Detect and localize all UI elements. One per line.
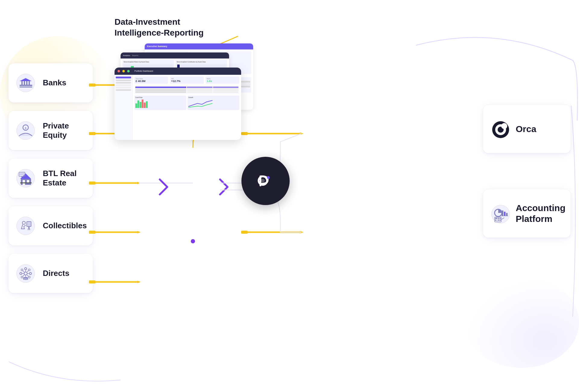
svg-rect-32 <box>20 87 32 87</box>
accounting-platform-card[interactable]: Accounting Platform <box>483 189 571 238</box>
svg-marker-16 <box>137 281 141 283</box>
p-logo-icon <box>252 167 279 194</box>
svg-marker-23 <box>300 231 304 233</box>
main-container: Data-Investment Intelligence-Reporting E… <box>0 0 579 392</box>
bg-gradient-br <box>464 277 579 368</box>
right-cards-container: Orca <box>483 105 571 238</box>
btl-real-estate-label: BTL Real Estate <box>43 169 77 188</box>
svg-rect-99 <box>499 220 501 221</box>
collectibles-icon <box>15 215 36 236</box>
svg-text:$: $ <box>25 127 26 130</box>
svg-point-86 <box>501 123 507 129</box>
orca-logo-icon <box>491 120 509 138</box>
svg-rect-36 <box>29 81 30 85</box>
private-equity-label: Private Equity <box>43 121 69 140</box>
svg-rect-91 <box>506 213 508 216</box>
svg-rect-42 <box>21 179 31 185</box>
btl-real-estate-card[interactable]: BTL Real Estate <box>8 159 93 198</box>
svg-rect-34 <box>24 81 25 85</box>
svg-rect-49 <box>21 176 24 177</box>
svg-point-82 <box>267 176 269 179</box>
svg-marker-20 <box>300 132 304 135</box>
collectibles-label: Collectibles <box>43 221 87 230</box>
svg-rect-90 <box>504 212 505 216</box>
svg-rect-48 <box>20 173 24 175</box>
svg-rect-95 <box>498 218 499 219</box>
svg-rect-97 <box>495 220 496 221</box>
banks-card[interactable]: Banks <box>8 63 93 103</box>
svg-point-79 <box>261 179 265 182</box>
dashboard-screenshots: Executive Summary Asset-class allocation <box>115 43 253 137</box>
real-estate-icon <box>15 168 36 189</box>
svg-rect-89 <box>502 210 503 216</box>
banks-label: Banks <box>43 78 66 87</box>
directs-card[interactable]: Directs <box>8 254 93 293</box>
svg-point-26 <box>191 239 195 243</box>
svg-point-50 <box>17 217 35 235</box>
svg-rect-31 <box>20 85 32 86</box>
svg-rect-46 <box>20 182 32 183</box>
private-equity-icon: $ <box>15 120 36 141</box>
collectibles-card[interactable]: Collectibles <box>8 206 93 245</box>
svg-rect-24 <box>241 231 248 234</box>
svg-marker-10 <box>137 182 141 184</box>
svg-rect-96 <box>499 218 501 219</box>
directs-label: Directs <box>43 269 69 278</box>
svg-marker-13 <box>137 231 141 233</box>
bank-icon <box>15 72 36 93</box>
svg-rect-98 <box>498 220 499 221</box>
left-cards-container: Banks $ Private Equity <box>8 63 93 293</box>
screen-main-dashboard: Portfolio Dashboard <box>115 68 241 140</box>
svg-rect-94 <box>495 218 497 219</box>
accounting-platform-label: Accounting Platform <box>516 203 565 224</box>
accounting-platform-icon <box>491 204 509 223</box>
svg-rect-53 <box>27 222 30 226</box>
orca-label: Orca <box>516 124 536 134</box>
orca-card[interactable]: Orca <box>483 105 571 153</box>
svg-rect-35 <box>26 81 27 85</box>
svg-point-30 <box>17 74 35 92</box>
private-equity-card[interactable]: $ Private Equity <box>8 111 93 150</box>
svg-rect-33 <box>21 81 23 85</box>
dashboard-area: Data-Investment Intelligence-Reporting E… <box>115 17 259 137</box>
center-hub[interactable] <box>241 157 290 205</box>
dashboard-title: Data-Investment Intelligence-Reporting <box>115 17 259 39</box>
directs-icon <box>15 263 36 284</box>
